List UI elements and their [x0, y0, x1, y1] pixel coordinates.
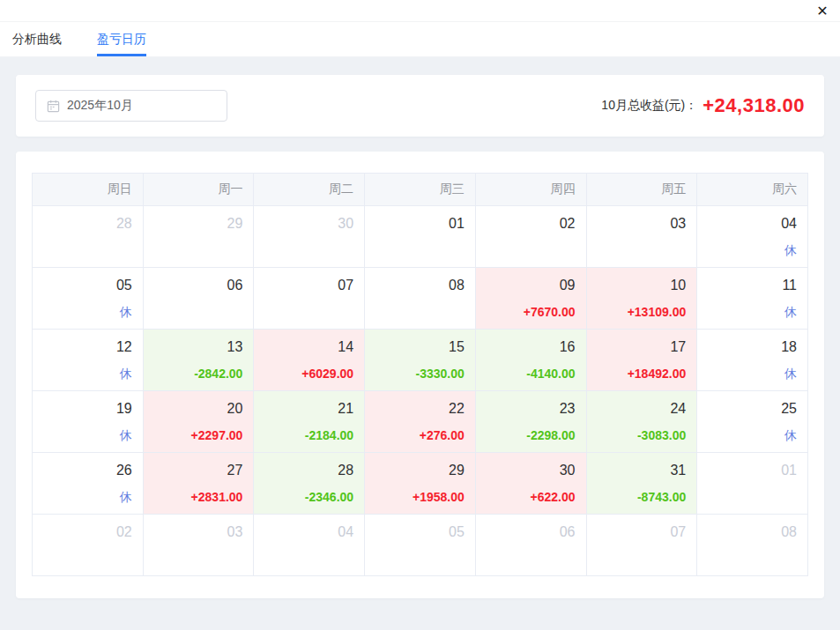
calendar-day-cell[interactable]: 10+13109.00 — [586, 268, 697, 330]
day-number: 27 — [154, 462, 243, 479]
day-number: 08 — [375, 277, 465, 294]
calendar-week-row: 19休20+2297.0021-2184.0022+276.0023-2298.… — [33, 391, 808, 453]
calendar-day-cell[interactable]: 19休 — [33, 391, 144, 453]
calendar-day-cell: 04 — [254, 515, 365, 576]
calendar-day-cell: 29 — [143, 206, 254, 268]
pnl-value: -4140.00 — [487, 367, 576, 381]
calendar-day-cell[interactable]: 21-2184.00 — [254, 391, 365, 453]
calendar-day-cell[interactable]: 03 — [586, 206, 697, 268]
day-number: 24 — [598, 400, 687, 418]
pnl-value: +622.00 — [487, 490, 576, 504]
day-number: 29 — [375, 462, 465, 479]
pnl-value: +2297.00 — [154, 428, 243, 442]
calendar-day-cell[interactable]: 05休 — [33, 268, 144, 330]
calendar-head-row: 周日周一周二周三周四周五周六 — [33, 174, 808, 206]
calendar-day-cell[interactable]: 06 — [143, 268, 254, 330]
day-number: 01 — [708, 462, 797, 479]
calendar-day-cell[interactable]: 02 — [475, 206, 586, 268]
calendar-day-cell: 01 — [697, 453, 808, 515]
window-header: ✕ 分析曲线 盈亏日历 — [0, 0, 840, 57]
close-icon[interactable]: ✕ — [813, 2, 832, 21]
calendar-day-cell: 07 — [586, 515, 697, 576]
day-number: 09 — [487, 277, 576, 294]
monthly-total: 10月总收益(元)： +24,318.00 — [601, 94, 805, 117]
calendar-day-cell[interactable]: 09+7670.00 — [475, 268, 586, 330]
calendar-icon — [47, 100, 60, 113]
weekday-header: 周二 — [254, 174, 365, 206]
calendar-day-cell[interactable]: 15-3330.00 — [365, 330, 476, 391]
tab-analysis-curve[interactable]: 分析曲线 — [12, 22, 62, 56]
pnl-value: +2831.00 — [154, 490, 243, 504]
day-number: 04 — [264, 523, 353, 541]
day-number: 19 — [43, 400, 132, 418]
calendar-body: 28293001020304休05休06070809+7670.0010+131… — [33, 206, 808, 576]
pnl-value: +276.00 — [375, 428, 465, 442]
day-number: 17 — [598, 338, 687, 356]
calendar-day-cell[interactable]: 17+18492.00 — [586, 330, 697, 391]
month-picker-value: 2025年10月 — [67, 98, 133, 114]
calendar-day-cell[interactable]: 07 — [254, 268, 365, 330]
calendar-day-cell[interactable]: 18休 — [697, 330, 808, 391]
calendar-day-cell[interactable]: 01 — [365, 206, 476, 268]
tab-pnl-calendar[interactable]: 盈亏日历 — [97, 22, 146, 56]
calendar-day-cell[interactable]: 13-2842.00 — [143, 330, 254, 391]
calendar-day-cell: 03 — [143, 515, 254, 576]
day-number: 07 — [598, 523, 687, 541]
calendar-day-cell: 08 — [697, 515, 808, 576]
weekday-header: 周六 — [697, 174, 808, 206]
day-number: 16 — [487, 338, 576, 356]
calendar-day-cell[interactable]: 26休 — [33, 453, 144, 515]
day-number: 18 — [708, 338, 797, 356]
rest-day-label: 休 — [43, 490, 132, 504]
pnl-value: -2346.00 — [264, 490, 353, 504]
pnl-calendar-table: 周日周一周二周三周四周五周六 28293001020304休05休0607080… — [32, 173, 808, 576]
pnl-value: +1958.00 — [375, 490, 465, 504]
calendar-day-cell[interactable]: 22+276.00 — [365, 391, 476, 453]
day-number: 25 — [708, 400, 797, 418]
day-number: 26 — [43, 462, 132, 479]
pnl-value: +13109.00 — [598, 305, 687, 319]
weekday-header: 周五 — [586, 174, 697, 206]
pnl-value: +7670.00 — [487, 305, 576, 319]
monthly-total-value: +24,318.00 — [702, 94, 805, 117]
calendar-day-cell[interactable]: 04休 — [697, 206, 808, 268]
calendar-day-cell[interactable]: 31-8743.00 — [586, 453, 697, 515]
rest-day-label: 休 — [708, 243, 797, 257]
calendar-day-cell[interactable]: 30+622.00 — [475, 453, 586, 515]
day-number: 12 — [43, 338, 132, 356]
calendar-week-row: 05休06070809+7670.0010+13109.0011休 — [33, 268, 808, 330]
day-number: 03 — [154, 523, 243, 541]
day-number: 05 — [43, 277, 132, 294]
calendar-day-cell[interactable]: 20+2297.00 — [143, 391, 254, 453]
calendar-day-cell[interactable]: 11休 — [697, 268, 808, 330]
calendar-day-cell[interactable]: 14+6029.00 — [254, 330, 365, 391]
day-number: 11 — [708, 277, 797, 294]
day-number: 23 — [487, 400, 576, 418]
calendar-day-cell[interactable]: 08 — [365, 268, 476, 330]
day-number: 30 — [264, 215, 353, 233]
day-number: 28 — [264, 462, 353, 479]
pnl-value: +6029.00 — [264, 367, 353, 381]
day-number: 15 — [375, 338, 465, 356]
day-number: 01 — [375, 215, 465, 233]
calendar-day-cell[interactable]: 27+2831.00 — [143, 453, 254, 515]
calendar-day-cell: 30 — [254, 206, 365, 268]
day-number: 31 — [598, 462, 687, 479]
calendar-day-cell[interactable]: 29+1958.00 — [365, 453, 476, 515]
month-picker[interactable]: 2025年10月 — [35, 90, 227, 122]
calendar-day-cell[interactable]: 28-2346.00 — [254, 453, 365, 515]
calendar-day-cell[interactable]: 16-4140.00 — [475, 330, 586, 391]
toolbar-card: 2025年10月 10月总收益(元)： +24,318.00 — [16, 75, 824, 137]
calendar-day-cell: 02 — [33, 515, 144, 576]
weekday-header: 周日 — [33, 174, 144, 206]
rest-day-label: 休 — [43, 305, 132, 319]
day-number: 08 — [708, 523, 797, 541]
calendar-day-cell[interactable]: 12休 — [33, 330, 144, 391]
rest-day-label: 休 — [708, 367, 797, 381]
pnl-value: -3083.00 — [598, 428, 687, 442]
calendar-day-cell[interactable]: 24-3083.00 — [586, 391, 697, 453]
day-number: 02 — [487, 215, 576, 233]
calendar-day-cell[interactable]: 25休 — [697, 391, 808, 453]
calendar-day-cell[interactable]: 23-2298.00 — [475, 391, 586, 453]
calendar-card: 周日周一周二周三周四周五周六 28293001020304休05休0607080… — [16, 152, 824, 598]
